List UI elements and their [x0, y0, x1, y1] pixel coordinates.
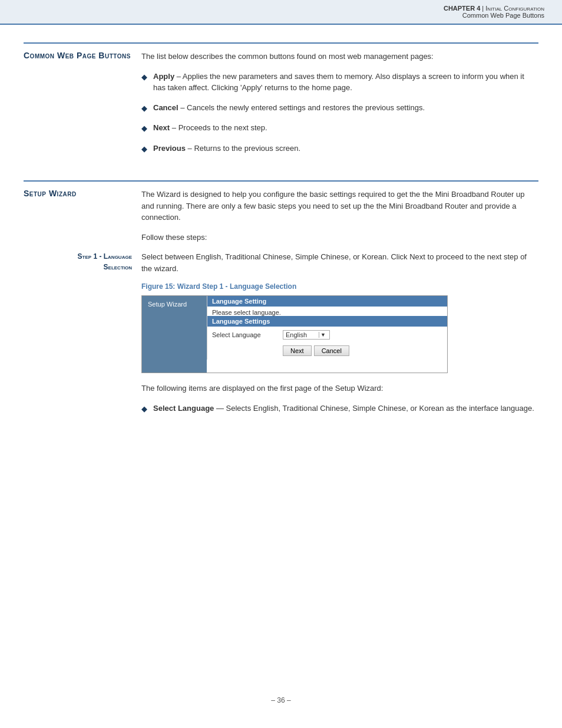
- wizard-buttons: Next Cancel: [212, 345, 442, 356]
- bullet-term: Cancel: [153, 103, 178, 112]
- page-footer: – 36 –: [0, 684, 562, 716]
- following-text: The following items are displayed on the…: [141, 383, 538, 394]
- chapter-label: Chapter 4: [444, 5, 480, 12]
- wizard-cancel-button[interactable]: Cancel: [314, 345, 349, 356]
- section2-title: Setup Wizard: [24, 189, 141, 198]
- section1-right: The list below describes the common butt…: [141, 51, 538, 163]
- bullet-text: Next – Proceeds to the next step.: [153, 122, 267, 134]
- list-item: ◆ Cancel – Cancels the newly entered set…: [141, 102, 538, 114]
- wizard-next-button[interactable]: Next: [283, 345, 312, 356]
- main-content: Common Web Page Buttons The list below d…: [0, 25, 562, 464]
- figure-title: Figure 15: Wizard Step 1 - Language Sele…: [141, 282, 538, 291]
- section2-left: Setup Wizard: [24, 189, 141, 251]
- bullet-term: Apply: [153, 72, 174, 81]
- section-setup-wizard: Setup Wizard The Wizard is designed to h…: [24, 180, 538, 423]
- step1-label-line2: Selection: [24, 262, 132, 272]
- step1-description: Select between English, Traditional Chin…: [141, 251, 538, 274]
- chapter-line: Chapter 4 | Initial Configuration: [0, 5, 544, 12]
- list-item: ◆ Next – Proceeds to the next step.: [141, 122, 538, 134]
- bullet-diamond-icon: ◆: [141, 403, 147, 415]
- bullet-term: Select Language: [153, 404, 214, 413]
- section-divider-2: [24, 180, 538, 182]
- step1-label-line1: Step 1 - Language: [24, 251, 132, 262]
- bullet-diamond-icon: ◆: [141, 103, 147, 114]
- section-divider-1: [24, 42, 538, 44]
- bullet-text: Select Language — Selects English, Tradi…: [153, 403, 534, 414]
- step1-bullet-list: ◆ Select Language — Selects English, Tra…: [141, 403, 538, 415]
- wizard-please-select: Please select language.: [212, 309, 281, 316]
- section1-description: The list below describes the common butt…: [141, 51, 538, 62]
- bullet-text: Previous – Returns to the previous scree…: [153, 143, 300, 154]
- step1-content: Select between English, Traditional Chin…: [141, 251, 538, 423]
- step1-label: Step 1 - Language Selection: [24, 251, 132, 272]
- section1-left: Common Web Page Buttons: [24, 51, 141, 163]
- list-item: ◆ Apply – Applies the new parameters and…: [141, 71, 538, 94]
- bullet-diamond-icon: ◆: [141, 143, 147, 155]
- bullet-text: Cancel – Cancels the newly entered setti…: [153, 102, 425, 114]
- section2-description: The Wizard is designed to help you confi…: [141, 189, 538, 223]
- list-item: ◆ Previous – Returns to the previous scr…: [141, 143, 538, 155]
- bullet-text: Apply – Applies the new parameters and s…: [153, 71, 538, 94]
- wizard-screenshot: Setup Wizard Language Setting Please sel…: [141, 295, 448, 373]
- wizard-header-2: Language Settings: [207, 316, 447, 327]
- wizard-form-label: Select Language: [212, 331, 283, 338]
- step1-label-col: Step 1 - Language Selection: [24, 251, 141, 423]
- page-number: – 36 –: [271, 696, 290, 704]
- chapter-title: Initial Configuration: [485, 5, 544, 12]
- step1-row: Step 1 - Language Selection Select betwe…: [24, 251, 538, 423]
- bullet-term: Previous: [153, 144, 186, 153]
- wizard-header-1: Language Setting: [207, 296, 447, 307]
- bullet-diamond-icon: ◆: [141, 71, 147, 83]
- wizard-select-value: English: [286, 331, 319, 338]
- wizard-left-panel: Setup Wizard: [142, 296, 207, 373]
- bullet-term: Next: [153, 123, 170, 132]
- section-common-buttons: Common Web Page Buttons The list below d…: [24, 42, 538, 163]
- wizard-right-panel: Language Setting Please select language.…: [207, 296, 447, 360]
- separator: |: [480, 5, 485, 12]
- section1-bullet-list: ◆ Apply – Applies the new parameters and…: [141, 71, 538, 155]
- subtitle-line: Common Web Page Buttons: [0, 12, 544, 19]
- section2-follow-text: Follow these steps:: [141, 232, 538, 243]
- wizard-select[interactable]: English ▼: [283, 330, 330, 340]
- section2-body: Setup Wizard The Wizard is designed to h…: [24, 189, 538, 251]
- section2-right: The Wizard is designed to help you confi…: [141, 189, 538, 251]
- section1-body: Common Web Page Buttons The list below d…: [24, 51, 538, 163]
- wizard-form-row: Select Language English ▼: [212, 330, 442, 342]
- wizard-panel-label: Setup Wizard: [148, 301, 187, 308]
- header-subtitle: Common Web Page Buttons: [462, 12, 544, 19]
- section1-title: Common Web Page Buttons: [24, 51, 141, 60]
- bullet-diamond-icon: ◆: [141, 123, 147, 134]
- wizard-body-1: Please select language. Language Setting…: [207, 307, 447, 360]
- page-header: Chapter 4 | Initial Configuration Common…: [0, 0, 562, 25]
- chapter-label-text: Chapter: [444, 5, 475, 12]
- dropdown-arrow-icon: ▼: [319, 332, 327, 338]
- list-item: ◆ Select Language — Selects English, Tra…: [141, 403, 538, 415]
